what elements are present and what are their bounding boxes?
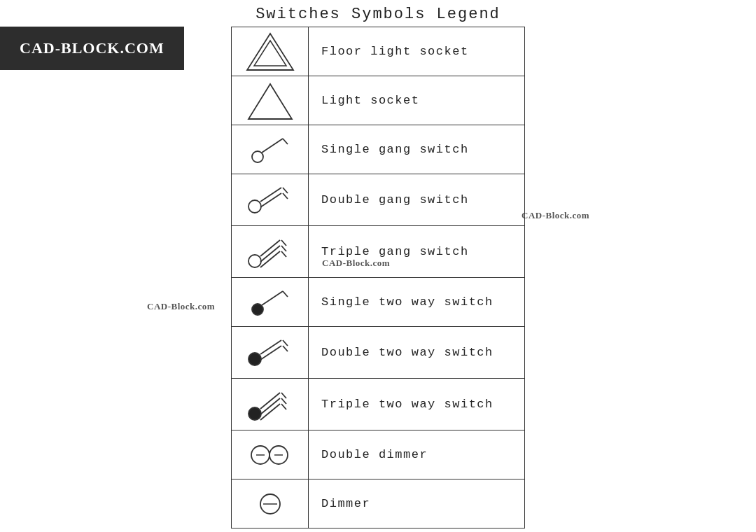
- label-double-two-way-switch: Double two way switch: [309, 327, 525, 379]
- label-double-dimmer: Double dimmer: [309, 430, 525, 479]
- svg-line-8: [283, 188, 288, 193]
- svg-line-13: [281, 240, 286, 246]
- symbol-light-socket: [232, 76, 309, 125]
- svg-point-3: [252, 151, 263, 162]
- svg-line-23: [283, 340, 288, 346]
- legend-table: Floor light socket Light socket Single: [231, 27, 525, 528]
- symbol-double-gang-switch: [232, 174, 309, 226]
- svg-line-15: [281, 246, 286, 251]
- label-triple-two-way-switch: Triple two way switch: [309, 379, 525, 430]
- symbol-double-dimmer: [232, 430, 309, 479]
- symbol-single-gang-switch: [232, 125, 309, 174]
- svg-line-32: [281, 404, 286, 410]
- svg-line-25: [283, 346, 288, 351]
- page-title: Switches Symbols Legend: [255, 6, 500, 23]
- svg-line-19: [262, 291, 283, 305]
- svg-marker-0: [247, 34, 293, 70]
- table-row: Single gang switch: [232, 125, 525, 174]
- svg-point-6: [248, 200, 261, 213]
- label-dimmer: Dimmer: [309, 479, 525, 528]
- table-row: Single two way switch: [232, 278, 525, 327]
- svg-line-17: [281, 251, 286, 257]
- table-row: Double two way switch: [232, 327, 525, 379]
- svg-point-18: [252, 304, 263, 315]
- symbol-triple-two-way-switch: [232, 379, 309, 430]
- svg-marker-1: [254, 41, 286, 66]
- label-single-gang-switch: Single gang switch: [309, 125, 525, 174]
- label-triple-gang-switch: Triple gang switch: [309, 226, 525, 278]
- watermark-2: CAD-Block.com: [522, 210, 589, 221]
- table-row: Light socket: [232, 76, 525, 125]
- logo-text: CAD-Block.com: [20, 39, 164, 57]
- svg-point-21: [248, 353, 261, 365]
- table-row: Triple gang switch: [232, 226, 525, 278]
- logo-topleft: CAD-Block.com: [0, 27, 184, 70]
- symbol-floor-light-socket: [232, 27, 309, 76]
- symbol-triple-gang-switch: [232, 226, 309, 278]
- table-row: Triple two way switch: [232, 379, 525, 430]
- table-row: Dimmer: [232, 479, 525, 528]
- table-row: Floor light socket: [232, 27, 525, 76]
- watermark-1: CAD-Block.com: [147, 301, 215, 312]
- svg-line-20: [283, 291, 288, 297]
- svg-line-28: [281, 393, 286, 398]
- symbol-double-two-way-switch: [232, 327, 309, 379]
- svg-marker-2: [248, 84, 292, 119]
- svg-line-10: [283, 193, 288, 199]
- label-double-gang-switch: Double gang switch: [309, 174, 525, 226]
- svg-line-4: [262, 139, 283, 153]
- table-row: Double dimmer: [232, 430, 525, 479]
- symbol-single-two-way-switch: [232, 278, 309, 327]
- label-light-socket: Light socket: [309, 76, 525, 125]
- svg-line-5: [283, 139, 288, 144]
- svg-line-30: [281, 398, 286, 404]
- table-row: Double gang switch: [232, 174, 525, 226]
- svg-point-26: [248, 407, 261, 420]
- label-single-two-way-switch: Single two way switch: [309, 278, 525, 327]
- svg-point-11: [248, 255, 261, 267]
- label-floor-light-socket: Floor light socket: [309, 27, 525, 76]
- symbol-dimmer: [232, 479, 309, 528]
